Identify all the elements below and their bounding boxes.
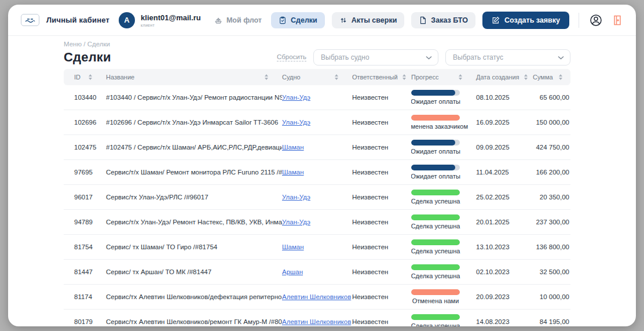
sort-icon[interactable] <box>265 74 268 80</box>
deal-sum: 150 000,00 <box>533 119 570 126</box>
column-header-sum[interactable]: Сумма <box>533 74 570 81</box>
vessel-link[interactable]: Улан-Удэ <box>282 194 310 201</box>
vessel-link[interactable]: Шаман <box>282 169 304 176</box>
deal-date: 02.10.2023 <box>476 268 533 275</box>
vessel-link[interactable]: Улан-Удэ <box>282 119 310 126</box>
table-header: ID Название Судно Ответственный Прогресс <box>64 69 570 85</box>
deal-id: 94789 <box>64 219 106 225</box>
deal-name: Сервис/ тх Шаман/ ТО Гиро /#81754 <box>106 243 282 250</box>
avatar[interactable]: A <box>119 12 135 28</box>
table-row[interactable]: 81174 Сервис/тх Алевтин Шелковников/дефе… <box>64 285 570 310</box>
sort-icon[interactable] <box>89 74 92 80</box>
progress-fill <box>411 140 455 146</box>
create-request-button[interactable]: Создать заявку <box>482 12 569 29</box>
deal-name: #102475 / Сервис/т/х Шаман/ АРБ,АИС,РЛС,… <box>106 144 282 151</box>
sort-icon[interactable] <box>459 74 462 80</box>
vessel-link[interactable]: Шаман <box>282 243 304 250</box>
status-select[interactable]: Выбрать статус <box>445 49 570 66</box>
nav-my-fleet[interactable]: Мой флот <box>212 12 264 28</box>
vessel-select-placeholder: Выбрать судно <box>321 53 369 61</box>
progress-fill <box>411 264 460 270</box>
vessel-link[interactable]: Улан-Удэ <box>282 219 310 225</box>
deal-name: #102696 / Сервис/т/х Улан-Удэ Инмарсат S… <box>106 119 282 126</box>
app-window: Личный кабинет A klient01@mail.ru клиент… <box>8 5 636 326</box>
logout-button[interactable] <box>610 13 624 28</box>
deal-sum: 424 750,00 <box>533 144 570 151</box>
progress-status-label: Сделка успешна <box>411 223 460 230</box>
progress-bar: Сделка успешна <box>411 214 460 230</box>
nav-order-bto[interactable]: Заказ БТО <box>411 12 475 28</box>
progress-track <box>411 115 460 121</box>
progress-track <box>411 264 460 270</box>
deal-name: Сервис/тх Алевтин Шелковников/ремонт ГК … <box>106 318 282 325</box>
deal-date: 09.09.2025 <box>476 144 533 151</box>
deal-date: 13.10.2023 <box>476 243 533 250</box>
progress-status-label: Ожидает оплаты <box>411 173 460 180</box>
column-header-vessel[interactable]: Судно <box>282 74 352 81</box>
sort-icon[interactable] <box>335 74 338 80</box>
status-select-placeholder: Выбрать статус <box>453 53 503 61</box>
sort-icon[interactable] <box>559 74 562 80</box>
sort-icon[interactable] <box>402 74 406 80</box>
column-header-date[interactable]: Дата создания <box>476 74 533 81</box>
progress-fill <box>411 314 460 320</box>
column-header-progress[interactable]: Прогресс <box>411 74 476 81</box>
table-row[interactable]: 102696 #102696 / Сервис/т/х Улан-Удэ Инм… <box>64 110 570 135</box>
vessel-link[interactable]: Улан-Удэ <box>282 94 310 101</box>
table-row[interactable]: 81754 Сервис/ тх Шаман/ ТО Гиро /#81754 … <box>64 235 570 260</box>
deal-sum: 237 300,00 <box>533 219 570 225</box>
table-row[interactable]: 96017 Сервис/тх Улан-Удэ/РЛС /#96017 Ула… <box>64 185 570 210</box>
column-header-name[interactable]: Название <box>106 74 282 81</box>
vessel-select[interactable]: Выбрать судно <box>313 49 438 66</box>
nav-deals[interactable]: Сделки <box>271 12 325 28</box>
progress-track <box>411 239 460 245</box>
progress-bar: Сделка успешна <box>411 190 460 205</box>
deal-name: Сервис/тх Алевтин Шелковников/дефектация… <box>106 293 282 300</box>
deal-responsible: Неизвестен <box>352 318 411 325</box>
deal-name: Сервис/ тх Аршан/ ТО МК /#81447 <box>106 268 282 275</box>
progress-bar: Ожидает оплаты <box>411 140 460 155</box>
sync-arrows-icon <box>339 16 347 24</box>
progress-bar: Ожидает оплаты <box>411 90 460 105</box>
top-bar: Личный кабинет A klient01@mail.ru клиент… <box>8 5 636 36</box>
progress-fill <box>411 190 460 195</box>
column-header-responsible[interactable]: Ответственный <box>352 74 411 81</box>
nav-reconciliation-acts[interactable]: Акты сверки <box>332 12 405 28</box>
ship-icon <box>214 16 222 24</box>
user-block[interactable]: klient01@mail.ru клиент <box>141 13 201 27</box>
table-row[interactable]: 80179 Сервис/тх Алевтин Шелковников/ремо… <box>64 310 570 326</box>
vessel-link[interactable]: Алевтин Шелковников <box>282 293 351 300</box>
user-circle-icon <box>590 14 602 27</box>
nav-divider <box>579 13 579 28</box>
progress-status-label: Сделка успешна <box>411 248 460 254</box>
sort-icon[interactable] <box>524 74 528 80</box>
column-header-id[interactable]: ID <box>64 74 106 81</box>
deal-date: 11.04.2025 <box>476 169 533 176</box>
deal-sum: 20 350,00 <box>533 194 570 201</box>
deal-sum: 166 200,00 <box>533 169 570 176</box>
progress-track <box>411 165 460 170</box>
progress-status-label: Ожидает оплаты <box>411 148 460 155</box>
progress-bar: Отменена нами <box>411 289 460 304</box>
progress-status-label: Отменена нами <box>412 297 459 304</box>
profile-button[interactable] <box>588 13 603 28</box>
vessel-link[interactable]: Аршан <box>282 268 303 275</box>
table-row[interactable]: 81447 Сервис/ тх Аршан/ ТО МК /#81447 Ар… <box>64 260 570 285</box>
deal-date: 16.09.2025 <box>476 119 533 126</box>
deal-id: 81754 <box>64 243 106 250</box>
reset-filters-link[interactable]: Сбросить <box>277 53 306 61</box>
table-row[interactable]: 102475 #102475 / Сервис/т/х Шаман/ АРБ,А… <box>64 135 570 160</box>
app-title: Личный кабинет <box>46 16 109 24</box>
deal-responsible: Неизвестен <box>352 119 411 126</box>
user-role: клиент <box>141 23 201 27</box>
vessel-link[interactable]: Алевтин Шелковников <box>282 318 351 325</box>
deal-date: 14.08.2023 <box>476 318 533 325</box>
table-row[interactable]: 103440 #103440 / Сервис/т/х Улан-Удэ/ Ре… <box>64 85 570 110</box>
deal-id: 80179 <box>64 318 106 325</box>
vessel-link[interactable]: Шаман <box>282 144 304 151</box>
progress-status-label: Отменена заказчиком <box>411 123 468 130</box>
table-row[interactable]: 97695 Сервис/т/х Шаман/ Ремонт монитора … <box>64 160 570 185</box>
table-row[interactable]: 94789 Сервис/т/х Улан-Удэ/ Ремонт Настек… <box>64 210 570 235</box>
clipboard-check-icon <box>279 16 287 24</box>
user-email: klient01@mail.ru <box>141 13 201 22</box>
